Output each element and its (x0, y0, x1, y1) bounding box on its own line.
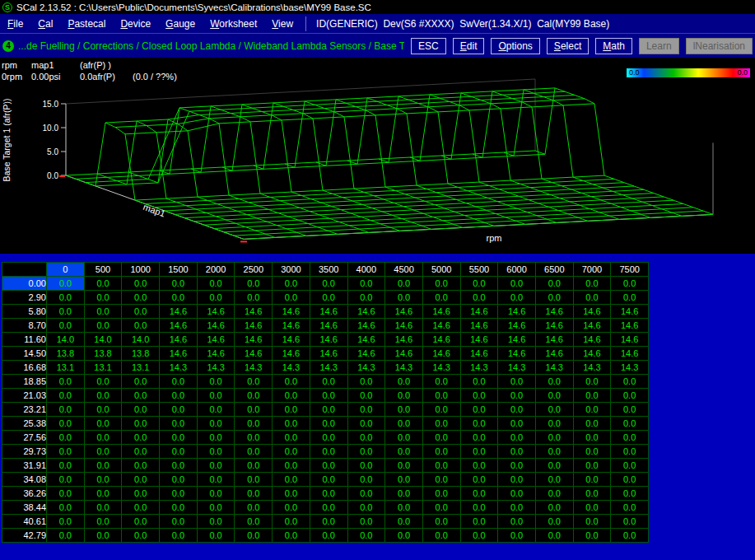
table-cell[interactable]: 0.0 (535, 445, 573, 459)
table-cell[interactable]: 0.0 (273, 291, 310, 305)
table-cell[interactable]: 0.0 (235, 487, 273, 501)
table-cell[interactable]: 0.0 (84, 445, 122, 459)
table-cell[interactable]: 14.6 (573, 319, 611, 333)
col-header-3500[interactable]: 3500 (310, 263, 347, 277)
table-cell[interactable]: 0.0 (422, 403, 460, 417)
row-header-34.08[interactable]: 34.08 (2, 473, 47, 487)
table-cell[interactable]: 0.0 (47, 417, 85, 431)
table-cell[interactable]: 0.0 (422, 459, 460, 473)
table-cell[interactable]: 0.0 (273, 515, 310, 529)
button-options[interactable]: Options (491, 38, 539, 54)
row-header-2.90[interactable]: 2.90 (2, 291, 47, 305)
table-cell[interactable]: 0.0 (347, 459, 385, 473)
table-cell[interactable]: 14.3 (611, 361, 649, 375)
table-cell[interactable]: 0.0 (273, 473, 310, 487)
table-cell[interactable]: 0.0 (347, 431, 385, 445)
menu-item-pastecal[interactable]: Pastecal (60, 18, 113, 30)
table-cell[interactable]: 13.1 (47, 361, 85, 375)
table-cell[interactable]: 0.0 (273, 501, 310, 515)
table-cell[interactable]: 0.0 (535, 459, 573, 473)
table-cell[interactable]: 0.0 (122, 403, 160, 417)
table-cell[interactable]: 13.8 (122, 347, 160, 361)
table-cell[interactable]: 14.6 (422, 333, 460, 347)
table-cell[interactable]: 0.0 (460, 445, 498, 459)
table-cell[interactable]: 14.6 (535, 347, 573, 361)
surface-plot[interactable]: 0.05.010.015.0Base Target 1 (afr(P))map1… (0, 58, 755, 254)
table-cell[interactable]: 0.0 (160, 459, 198, 473)
table-cell[interactable]: 0.0 (460, 375, 498, 389)
menu-item-view[interactable]: View (264, 18, 301, 30)
table-cell[interactable]: 0.0 (460, 277, 498, 291)
table-cell[interactable]: 0.0 (535, 403, 573, 417)
table-cell[interactable]: 0.0 (122, 487, 160, 501)
row-header-29.73[interactable]: 29.73 (2, 445, 47, 459)
table-cell[interactable]: 14.6 (197, 305, 235, 319)
table-cell[interactable]: 0.0 (385, 445, 423, 459)
table-cell[interactable]: 0.0 (535, 417, 573, 431)
row-header-38.44[interactable]: 38.44 (2, 501, 47, 515)
table-cell[interactable]: 14.6 (611, 347, 649, 361)
table-cell[interactable]: 0.0 (160, 431, 198, 445)
table-cell[interactable]: 0.0 (197, 501, 235, 515)
table-cell[interactable]: 0.0 (84, 319, 122, 333)
table-cell[interactable]: 0.0 (160, 501, 198, 515)
table-cell[interactable]: 14.6 (460, 305, 498, 319)
table-cell[interactable]: 14.6 (310, 305, 347, 319)
table-cell[interactable]: 0.0 (498, 291, 536, 305)
col-header-1000[interactable]: 1000 (122, 263, 160, 277)
col-header-7000[interactable]: 7000 (573, 263, 611, 277)
table-cell[interactable]: 0.0 (235, 529, 273, 543)
table-cell[interactable]: 0.0 (160, 473, 198, 487)
table-cell[interactable]: 0.0 (235, 459, 273, 473)
menu-item-device[interactable]: Device (113, 18, 158, 30)
row-header-31.91[interactable]: 31.91 (2, 459, 47, 473)
table-cell[interactable]: 0.0 (84, 515, 122, 529)
table-cell[interactable]: 0.0 (460, 291, 498, 305)
table-cell[interactable]: 0.0 (460, 417, 498, 431)
table-cell[interactable]: 0.0 (47, 291, 85, 305)
table-cell[interactable]: 14.6 (422, 347, 460, 361)
table-cell[interactable]: 0.0 (160, 375, 198, 389)
table-cell[interactable]: 0.0 (347, 473, 385, 487)
table-cell[interactable]: 0.0 (611, 487, 649, 501)
table-cell[interactable]: 0.0 (122, 515, 160, 529)
table-cell[interactable]: 0.0 (197, 487, 235, 501)
menu-item-file[interactable]: File (0, 18, 30, 30)
table-cell[interactable]: 0.0 (422, 529, 460, 543)
table-cell[interactable]: 0.0 (122, 473, 160, 487)
col-header-2000[interactable]: 2000 (197, 263, 235, 277)
table-cell[interactable]: 0.0 (422, 291, 460, 305)
table-cell[interactable]: 14.6 (347, 333, 385, 347)
table-cell[interactable]: 0.0 (611, 431, 649, 445)
table-cell[interactable]: 0.0 (347, 291, 385, 305)
table-cell[interactable]: 0.0 (235, 277, 273, 291)
table-cell[interactable]: 14.6 (460, 333, 498, 347)
table-cell[interactable]: 0.0 (273, 459, 310, 473)
table-cell[interactable]: 0.0 (310, 403, 347, 417)
table-cell[interactable]: 14.6 (347, 305, 385, 319)
table-cell[interactable]: 14.6 (235, 333, 273, 347)
table-cell[interactable]: 0.0 (611, 375, 649, 389)
table-cell[interactable]: 0.0 (47, 277, 85, 291)
table-cell[interactable]: 0.0 (422, 431, 460, 445)
table-cell[interactable]: 0.0 (310, 277, 347, 291)
table-cell[interactable]: 14.3 (160, 361, 198, 375)
table-cell[interactable]: 0.0 (273, 445, 310, 459)
table-cell[interactable]: 0.0 (347, 417, 385, 431)
table-cell[interactable]: 0.0 (122, 431, 160, 445)
table-cell[interactable]: 0.0 (310, 375, 347, 389)
table-cell[interactable]: 0.0 (47, 487, 85, 501)
row-header-21.03[interactable]: 21.03 (2, 389, 47, 403)
table-cell[interactable]: 14.3 (573, 361, 611, 375)
table-cell[interactable]: 0.0 (422, 417, 460, 431)
table-cell[interactable]: 0.0 (385, 501, 423, 515)
row-header-27.56[interactable]: 27.56 (2, 431, 47, 445)
table-cell[interactable]: 0.0 (347, 445, 385, 459)
table-cell[interactable]: 14.6 (422, 305, 460, 319)
table-cell[interactable]: 0.0 (498, 459, 536, 473)
table-cell[interactable]: 0.0 (122, 375, 160, 389)
table-cell[interactable]: 0.0 (422, 375, 460, 389)
col-header-4500[interactable]: 4500 (385, 263, 423, 277)
table-cell[interactable]: 0.0 (535, 501, 573, 515)
table-cell[interactable]: 0.0 (273, 431, 310, 445)
